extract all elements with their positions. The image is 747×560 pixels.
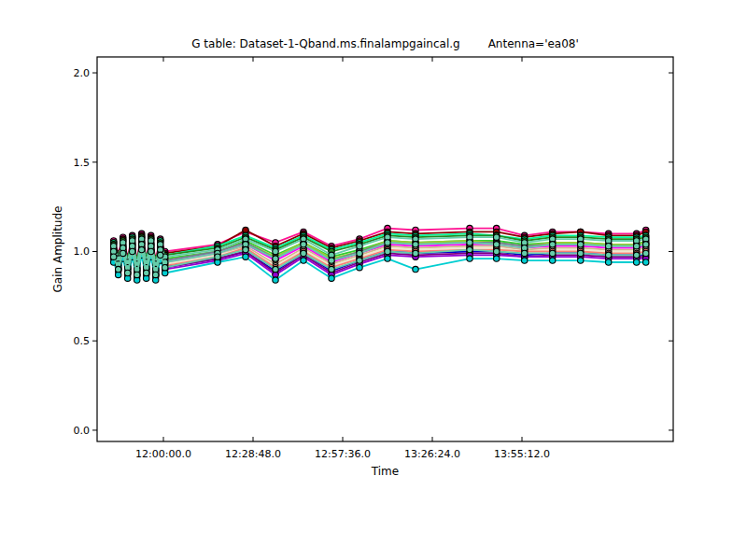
- x-axis-label: Time: [97, 465, 673, 478]
- data-point-marker: [578, 242, 584, 247]
- data-point-marker: [148, 248, 154, 254]
- data-point-marker: [329, 266, 334, 272]
- data-point-marker: [357, 250, 362, 256]
- data-point-marker: [550, 242, 556, 247]
- data-point-marker: [273, 277, 278, 283]
- data-point-marker: [606, 252, 612, 258]
- data-point-marker: [634, 259, 640, 265]
- data-point-marker: [385, 256, 390, 261]
- data-point-marker: [550, 258, 556, 263]
- y-tick-label: 1.5: [74, 157, 91, 169]
- data-point-marker: [578, 258, 584, 263]
- data-point-marker: [357, 258, 362, 263]
- data-point-marker: [413, 242, 418, 247]
- y-tick-label: 0.5: [74, 335, 91, 347]
- data-point-marker: [243, 246, 248, 252]
- data-point-marker: [467, 246, 472, 252]
- matplotlib-figure: G table: Dataset-1-Qband.ms.finalampgain…: [0, 0, 747, 560]
- data-point-marker: [139, 246, 145, 252]
- data-point-marker: [301, 242, 306, 247]
- data-point-marker: [467, 256, 472, 261]
- y-tick-label: 2.0: [74, 67, 91, 79]
- x-tick-label: 13:26:24.0: [404, 448, 460, 460]
- data-point-marker: [643, 242, 649, 247]
- data-point-marker: [153, 272, 159, 277]
- data-point-marker: [273, 248, 278, 254]
- data-point-marker: [522, 250, 528, 256]
- data-point-marker: [413, 266, 418, 272]
- data-point-marker: [130, 248, 135, 254]
- data-point-marker: [550, 250, 556, 256]
- data-point-marker: [357, 244, 362, 249]
- x-tick-label: 12:57:36.0: [315, 448, 371, 460]
- data-point-marker: [144, 270, 149, 275]
- x-tick-label: 12:00:00.0: [135, 448, 191, 460]
- x-tick-label: 13:55:12.0: [494, 448, 550, 460]
- data-point-marker: [494, 248, 500, 254]
- data-point-marker: [158, 252, 163, 258]
- y-tick-label: 0.0: [74, 425, 91, 437]
- data-point-marker: [578, 250, 584, 256]
- y-tick-label: 1.0: [74, 245, 91, 258]
- x-tick-label: 12:28:48.0: [225, 448, 281, 460]
- data-point-marker: [634, 244, 640, 249]
- data-point-marker: [643, 250, 649, 256]
- data-point-marker: [606, 244, 612, 249]
- data-point-marker: [413, 250, 418, 256]
- data-point-marker: [494, 234, 500, 240]
- data-point-marker: [606, 259, 612, 265]
- data-point-marker: [643, 259, 649, 265]
- data-point-marker: [215, 254, 220, 259]
- data-point-marker: [111, 254, 117, 259]
- data-point-marker: [116, 266, 121, 272]
- data-point-marker: [634, 252, 640, 258]
- data-point-marker: [120, 250, 126, 256]
- data-point-marker: [301, 258, 306, 263]
- data-point-marker: [125, 270, 131, 275]
- data-point-marker: [385, 248, 390, 254]
- data-point-marker: [301, 250, 306, 256]
- data-point-marker: [273, 266, 278, 272]
- data-point-marker: [329, 258, 334, 263]
- data-point-marker: [522, 258, 528, 263]
- data-point-marker: [134, 272, 140, 277]
- data-point-marker: [494, 242, 500, 247]
- data-point-marker: [494, 256, 500, 261]
- data-point-marker: [243, 254, 248, 259]
- data-point-marker: [162, 265, 168, 271]
- data-point-marker: [273, 256, 278, 261]
- data-point-marker: [357, 265, 362, 271]
- data-point-marker: [467, 240, 472, 245]
- data-point-marker: [329, 275, 334, 281]
- data-point-marker: [385, 240, 390, 245]
